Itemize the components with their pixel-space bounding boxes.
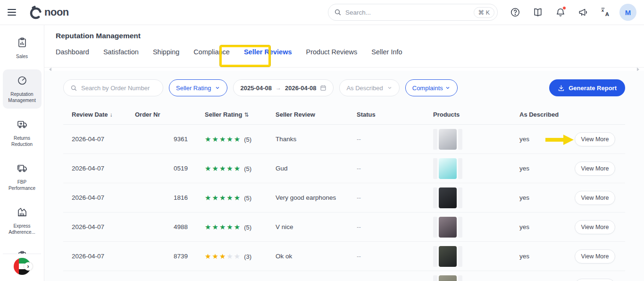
tab-satisfaction[interactable]: Satisfaction (103, 48, 139, 59)
product-image-partially-visible-product[interactable] (439, 275, 457, 281)
chevron-down-icon (445, 85, 451, 91)
products-cell (433, 217, 519, 238)
sort-desc-icon[interactable]: ↓ (110, 111, 113, 118)
seller-rating-filter[interactable]: Seller Rating (169, 79, 227, 96)
date-range-filter[interactable]: 2025-04-08 → 2026-04-08 (233, 79, 334, 96)
tab-dashboard[interactable]: Dashboard (56, 48, 89, 59)
next-product-sliver (458, 217, 462, 238)
svg-text:A: A (605, 11, 609, 17)
col-seller-rating[interactable]: Seller Rating⇅ (205, 111, 276, 118)
tab-compliance[interactable]: Compliance (193, 48, 230, 59)
tab-scrollbar[interactable] (44, 67, 644, 71)
next-product-sliver (458, 158, 462, 179)
bell-icon[interactable] (552, 3, 569, 21)
megaphone-icon[interactable] (574, 3, 592, 21)
product-image-dark-phone-product[interactable] (439, 246, 457, 267)
review-date-cell: 2026-04-07 (72, 223, 135, 230)
prev-product-sliver (433, 275, 437, 281)
status-cell: -- (357, 165, 433, 172)
tab-product-reviews[interactable]: Product Reviews (306, 48, 358, 59)
col-status: Status (357, 111, 433, 118)
table-row: 2026-04-07 4988 ★★★★★(5) V nice -- yes V… (63, 213, 625, 242)
tab-seller-info[interactable]: Seller Info (371, 48, 402, 59)
sidebar-divider (3, 254, 41, 254)
sidebar-item-express-adherence[interactable]: Express Adherence... (3, 201, 42, 240)
complaints-filter[interactable]: Complaints (405, 79, 458, 96)
reviews-table: Review Date↓ Order Nr Seller Rating⇅ Sel… (63, 105, 625, 281)
star-rating-icon: ★★★★★ (205, 135, 241, 143)
view-more-button[interactable]: View More (575, 162, 615, 176)
as-described-cell: yes (519, 165, 575, 172)
status-cell: -- (357, 194, 433, 201)
topbar: noon ⌘ K xA M (0, 0, 644, 25)
view-more-button[interactable]: View More (575, 191, 615, 205)
seller-review-cell: V nice (276, 223, 357, 230)
tab-seller-reviews[interactable]: Seller Reviews (244, 48, 292, 59)
order-nr-cell: 9361 (135, 136, 205, 143)
sidebar: Sales Reputation Management Returns Redu… (0, 25, 44, 281)
order-nr-cell: 4988 (135, 223, 205, 230)
product-image-dark-camera-product[interactable] (439, 217, 457, 238)
table-row: 2026-04-07 8739 ★★★★★(3) Ok ok -- yes Vi… (63, 242, 625, 271)
order-search-input[interactable] (81, 85, 156, 92)
seller-rating-cell: ★★★★★(5) (205, 223, 276, 231)
product-thumbnail-carousel[interactable] (433, 275, 519, 281)
seller-review-cell: Gud (276, 165, 357, 172)
sort-both-icon[interactable]: ⇅ (244, 111, 249, 118)
next-product-sliver (458, 187, 462, 208)
star-rating-icon: ★★★★★ (205, 194, 241, 202)
book-icon[interactable] (529, 3, 547, 21)
product-thumbnail-carousel[interactable] (433, 129, 519, 150)
prev-product-sliver (433, 217, 437, 238)
product-image-black-earbuds[interactable] (439, 187, 457, 208)
country-selector[interactable]: › (14, 258, 31, 275)
chevron-down-icon (215, 85, 220, 91)
seller-review-cell: Very good earphones (276, 194, 357, 201)
user-avatar[interactable]: M (619, 4, 636, 21)
product-thumbnail-carousel[interactable] (433, 246, 519, 267)
hamburger-menu-icon[interactable] (8, 6, 20, 18)
sidebar-item-sales[interactable]: Sales (3, 32, 42, 65)
view-more-button[interactable]: View More (575, 249, 615, 264)
product-image-teal-bottle-product[interactable] (439, 158, 457, 179)
view-more-button[interactable]: View More (575, 279, 615, 281)
chevron-down-icon (387, 85, 393, 91)
notification-dot (562, 6, 566, 10)
sidebar-item-inventory[interactable]: Inventory (3, 245, 42, 254)
status-cell: -- (357, 253, 433, 260)
date-from: 2025-04-08 (240, 85, 272, 92)
clipboard-heart-icon (17, 250, 28, 254)
product-thumbnail-carousel[interactable] (433, 158, 519, 179)
translate-icon[interactable]: xA (597, 3, 615, 21)
product-image-grey-cable-product[interactable] (439, 129, 457, 150)
truck-icon (17, 162, 28, 176)
sidebar-item-reputation-management[interactable]: Reputation Management (3, 69, 42, 109)
help-icon[interactable] (506, 3, 524, 21)
view-more-button[interactable]: View More (575, 132, 615, 146)
generate-report-button[interactable]: Generate Report (549, 79, 625, 96)
col-as-described: As Described (519, 111, 575, 118)
global-search-input[interactable] (345, 9, 474, 16)
chevron-right-icon[interactable]: › (24, 262, 33, 271)
seller-rating-cell: ★★★★★(5) (205, 135, 276, 144)
sidebar-item-returns-reduction[interactable]: Returns Reduction (3, 113, 42, 153)
col-review-date[interactable]: Review Date↓ (72, 111, 135, 118)
order-nr-cell: 8739 (135, 253, 205, 260)
as-described-filter[interactable]: As Described (339, 79, 399, 96)
as-described-cell: yes (519, 136, 575, 143)
sidebar-item-label: Reputation Management (4, 91, 40, 103)
clipboard-chart-icon (17, 37, 28, 50)
generate-report-label: Generate Report (569, 85, 617, 92)
products-cell (433, 275, 519, 281)
arrow-right-icon: → (276, 85, 281, 91)
view-more-button[interactable]: View More (575, 220, 615, 234)
global-search[interactable]: ⌘ K (328, 4, 498, 21)
tab-shipping[interactable]: Shipping (153, 48, 179, 59)
sidebar-item-fbp-performance[interactable]: FBP Performance (3, 157, 42, 196)
noon-logo[interactable]: noon (27, 4, 69, 20)
product-thumbnail-carousel[interactable] (433, 217, 519, 238)
review-date-cell: 2026-04-07 (72, 253, 135, 260)
order-search-field[interactable] (63, 79, 163, 96)
product-thumbnail-carousel[interactable] (433, 187, 519, 208)
page-title: Reputation Management (56, 32, 644, 40)
